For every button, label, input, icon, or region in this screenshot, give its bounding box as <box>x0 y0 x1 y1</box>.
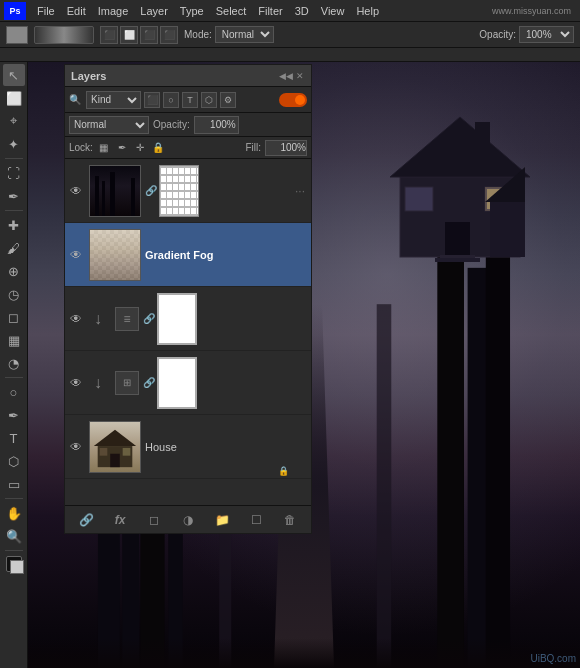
table-row[interactable]: 👁 ↓ ⊞ 🔗 <box>65 351 311 415</box>
tool-icon-2[interactable]: ⬜ <box>120 26 138 44</box>
opacity-select[interactable]: 100% <box>519 26 574 43</box>
mode-label: Mode: <box>184 29 212 40</box>
menu-3d[interactable]: 3D <box>290 3 314 19</box>
svg-rect-19 <box>435 258 480 262</box>
footer-folder-btn[interactable]: 📁 <box>211 509 233 531</box>
menu-filter[interactable]: Filter <box>253 3 287 19</box>
tool-brush[interactable]: 🖌 <box>3 237 25 259</box>
svg-marker-11 <box>390 117 530 177</box>
menu-file[interactable]: File <box>32 3 60 19</box>
tool-fg-color[interactable] <box>6 556 22 572</box>
layer-filter-select[interactable]: Kind <box>86 91 141 109</box>
menubar: Ps File Edit Image Layer Type Select Fil… <box>0 0 580 22</box>
fill-input[interactable] <box>265 140 307 156</box>
layer-visibility-3[interactable]: 👁 <box>67 310 85 328</box>
tool-pen[interactable]: ✒ <box>3 404 25 426</box>
filter-icon-2[interactable]: ○ <box>163 92 179 108</box>
layer-filter-row: 🔍 Kind ⬛ ○ T ⬡ ⚙ <box>65 87 311 113</box>
opacity-control: Opacity: 100% <box>479 26 574 43</box>
menu-image[interactable]: Image <box>93 3 134 19</box>
tool-lasso[interactable]: ⌖ <box>3 110 25 132</box>
opacity-input[interactable] <box>194 116 239 134</box>
layers-list[interactable]: 👁 🔗 ··· <box>65 159 311 505</box>
filter-magnify-icon: 🔍 <box>69 94 81 105</box>
filter-icon-1[interactable]: ⬛ <box>144 92 160 108</box>
footer-fx-btn[interactable]: fx <box>109 509 131 531</box>
tool-blur[interactable]: ◔ <box>3 352 25 374</box>
tool-icon-4[interactable]: ⬛ <box>160 26 178 44</box>
footer-adjustment-btn[interactable]: ◑ <box>177 509 199 531</box>
table-row[interactable]: 👁 🔗 ··· <box>65 159 311 223</box>
tool-history[interactable]: ◷ <box>3 283 25 305</box>
layer-visibility-1[interactable]: 👁 <box>67 182 85 200</box>
panel-close-btn[interactable]: ✕ <box>295 71 305 81</box>
layer-thumb-5 <box>89 421 141 473</box>
layer-adj-arrow-4: ↓ <box>87 372 109 394</box>
tool-select-rect[interactable]: ⬜ <box>3 87 25 109</box>
tool-type[interactable]: T <box>3 427 25 449</box>
svg-rect-6 <box>486 207 510 668</box>
tool-eraser[interactable]: ◻ <box>3 306 25 328</box>
table-row[interactable]: 👁 ↓ ≡ 🔗 <box>65 287 311 351</box>
layer-link-icon-1: 🔗 <box>145 185 157 196</box>
menu-website: www.missyuan.com <box>487 4 576 18</box>
horizontal-ruler <box>0 48 580 62</box>
filter-icon-3[interactable]: T <box>182 92 198 108</box>
menu-type[interactable]: Type <box>175 3 209 19</box>
lock-all-icon[interactable]: 🔒 <box>151 141 165 155</box>
panel-collapse-btn[interactable]: ◀◀ <box>281 71 291 81</box>
tool-icons: ⬛ ⬜ ⬛ ⬛ <box>100 26 178 44</box>
menu-edit[interactable]: Edit <box>62 3 91 19</box>
layers-panel: Layers ◀◀ ✕ 🔍 Kind ⬛ ○ T ⬡ ⚙ <box>64 64 312 534</box>
footer-delete-btn[interactable]: 🗑 <box>279 509 301 531</box>
tool-zoom[interactable]: 🔍 <box>3 525 25 547</box>
filter-icon-4[interactable]: ⬡ <box>201 92 217 108</box>
tool-hand[interactable]: ✋ <box>3 502 25 524</box>
tool-magic-wand[interactable]: ✦ <box>3 133 25 155</box>
lock-position-icon[interactable]: ✛ <box>133 141 147 155</box>
brush-preview[interactable] <box>34 26 94 44</box>
menu-help[interactable]: Help <box>351 3 384 19</box>
svg-rect-8 <box>377 304 392 668</box>
tool-path[interactable]: ⬡ <box>3 450 25 472</box>
footer-mask-btn[interactable]: ◻ <box>143 509 165 531</box>
mode-select[interactable]: Normal <box>215 26 274 43</box>
tool-move[interactable]: ↖ <box>3 64 25 86</box>
canvas-area[interactable]: Layers ◀◀ ✕ 🔍 Kind ⬛ ○ T ⬡ ⚙ <box>28 62 580 668</box>
left-toolbar: ↖ ⬜ ⌖ ✦ ⛶ ✒ ✚ 🖌 ⊕ ◷ ◻ ▦ ◔ ○ ✒ T ⬡ ▭ ✋ 🔍 <box>0 62 28 668</box>
lock-pixels-icon[interactable]: ✒ <box>115 141 129 155</box>
layer-lock-icon: 🔒 <box>278 466 289 476</box>
menu-select[interactable]: Select <box>211 3 252 19</box>
menu-layer[interactable]: Layer <box>135 3 173 19</box>
layer-visibility-5[interactable]: 👁 <box>67 438 85 456</box>
tool-dodge[interactable]: ○ <box>3 381 25 403</box>
brush-swatch[interactable] <box>6 26 28 44</box>
layer-name-2: Gradient Fog <box>145 249 309 261</box>
svg-rect-20 <box>490 202 525 257</box>
menu-view[interactable]: View <box>316 3 350 19</box>
tool-icon-3[interactable]: ⬛ <box>140 26 158 44</box>
tool-crop[interactable]: ⛶ <box>3 162 25 184</box>
filter-icon-5[interactable]: ⚙ <box>220 92 236 108</box>
tool-clone[interactable]: ⊕ <box>3 260 25 282</box>
table-row[interactable]: 👁 House <box>65 415 311 479</box>
svg-rect-13 <box>405 187 433 211</box>
lock-transparent-icon[interactable]: ▦ <box>97 141 111 155</box>
tool-healing[interactable]: ✚ <box>3 214 25 236</box>
tool-shape[interactable]: ▭ <box>3 473 25 495</box>
filter-toggle[interactable] <box>279 93 307 107</box>
mode-control: Mode: Normal <box>184 26 274 43</box>
layer-adj-icon-4: ⊞ <box>115 371 139 395</box>
layer-visibility-2[interactable]: 👁 <box>67 246 85 264</box>
footer-new-layer-btn[interactable]: ☐ <box>245 509 267 531</box>
tool-gradient[interactable]: ▦ <box>3 329 25 351</box>
tool-icon-1[interactable]: ⬛ <box>100 26 118 44</box>
layer-visibility-4[interactable]: 👁 <box>67 374 85 392</box>
layer-more-1[interactable]: ··· <box>291 184 309 198</box>
footer-link-btn[interactable]: 🔗 <box>75 509 97 531</box>
layer-mask-4 <box>157 357 197 409</box>
blend-mode-select[interactable]: Normal <box>69 116 149 134</box>
tool-eyedropper[interactable]: ✒ <box>3 185 25 207</box>
layer-mask-thumb-1 <box>159 165 199 217</box>
table-row[interactable]: 👁 Gradient Fog <box>65 223 311 287</box>
